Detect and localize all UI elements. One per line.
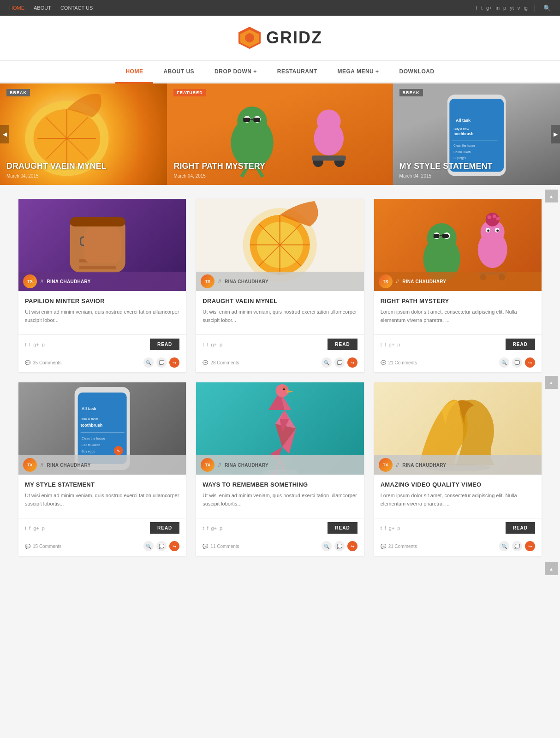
card-3-social-twitter[interactable]: t	[381, 342, 382, 347]
card-1-meta: 💬 35 Comments 🔍 💭 ↪	[18, 355, 186, 372]
card-4-social-twitter[interactable]: t	[25, 525, 26, 531]
scroll-top-btn-2[interactable]: ▲	[545, 376, 558, 389]
card-1-slash: //	[41, 279, 43, 284]
hero-next-arrow[interactable]: ▶	[551, 125, 560, 143]
card-3-bubble-action[interactable]: 💭	[512, 357, 522, 368]
card-6-social-twitter[interactable]: t	[381, 525, 382, 531]
hero-slide-1[interactable]: BREAK DRAUGHT VAEIN MYNEL March 04, 2015…	[0, 83, 167, 185]
main-nav-restaurant[interactable]: RESTAURANT	[267, 61, 328, 82]
card-2-social-pinterest[interactable]: p	[220, 342, 222, 347]
main-nav-dropdown[interactable]: DROP DOWN +	[204, 61, 267, 82]
card-6-social-pinterest[interactable]: p	[397, 525, 400, 531]
hero-slide-2[interactable]: FEATURED RIGHT PATH MYSTERY March 04, 20…	[167, 83, 393, 185]
nav-home[interactable]: HOME	[9, 5, 24, 11]
card-6-body: AMAZING VIDEO QUALITY VIMEO Lorem ipsum …	[374, 475, 542, 518]
card-3-social-pinterest[interactable]: p	[397, 342, 400, 347]
card-4-comments: 💬 15 Comments	[25, 544, 61, 549]
card-6: TX // RINA CHAUDHARY AMAZING VIDEO QUALI…	[374, 382, 542, 556]
card-1-social-gplus[interactable]: g+	[33, 342, 39, 347]
svg-text:Call to Jakob: Call to Jakob	[82, 443, 101, 446]
card-6-bubble-action[interactable]: 💭	[512, 541, 522, 551]
main-nav-about[interactable]: ABOUT US	[153, 61, 204, 82]
hero-slide-1-date: March 04, 2015	[6, 173, 107, 179]
svg-rect-15	[244, 118, 250, 122]
social-twitter[interactable]: t	[481, 5, 483, 11]
card-2-social-twitter[interactable]: t	[203, 342, 204, 347]
logo[interactable]: GRIDZ	[238, 26, 322, 50]
main-nav-download[interactable]: DOWNLOAD	[389, 61, 445, 82]
card-5-search-action[interactable]: 🔍	[322, 541, 332, 551]
card-1-read-btn[interactable]: READ	[150, 339, 179, 350]
nav-about[interactable]: ABOUT	[34, 5, 51, 11]
card-4-share-action[interactable]: ↪	[169, 541, 179, 551]
card-3-social-gplus[interactable]: g+	[389, 342, 395, 347]
card-4-bubble-action[interactable]: 💭	[156, 541, 167, 551]
card-2-read-btn[interactable]: READ	[328, 339, 357, 350]
svg-rect-56	[433, 234, 439, 238]
nav-contact[interactable]: CONTACT US	[60, 5, 93, 11]
card-4-read-btn[interactable]: READ	[150, 522, 179, 534]
svg-rect-22	[312, 155, 346, 161]
hero-prev-arrow[interactable]: ◀	[0, 125, 9, 143]
svg-point-35	[84, 237, 95, 248]
svg-point-10	[238, 107, 268, 137]
card-1-bubble-action[interactable]: 💭	[156, 357, 167, 368]
card-6-read-btn[interactable]: READ	[506, 522, 535, 534]
card-4-body: MY STYLE STATEMENT Ut wisi enim ad minim…	[18, 475, 186, 518]
card-1-search-action[interactable]: 🔍	[143, 357, 154, 368]
card-5-share-action[interactable]: ↪	[347, 541, 357, 551]
top-search-icon[interactable]: 🔍	[543, 5, 551, 12]
card-6-search-action[interactable]: 🔍	[499, 541, 509, 551]
card-5-bubble-action[interactable]: 💭	[334, 541, 345, 551]
card-5-social-pinterest[interactable]: p	[220, 525, 222, 531]
card-3-share-action[interactable]: ↪	[525, 357, 535, 368]
card-3-social-facebook[interactable]: f	[385, 342, 386, 347]
hero-slide-3[interactable]: All task Buy a new toothbrush Clean the …	[393, 83, 560, 185]
card-1-social-twitter[interactable]: t	[25, 342, 26, 347]
card-5-social-facebook[interactable]: f	[207, 525, 208, 531]
card-5-author-avatar: TX	[201, 458, 214, 472]
card-5: TX // RINA CHAUDHARY WAYS TO REMEMBER SO…	[196, 382, 363, 556]
card-1-comment-count: 35 Comments	[33, 360, 61, 365]
card-4-search-action[interactable]: 🔍	[143, 541, 154, 551]
card-6-share-action[interactable]: ↪	[525, 541, 535, 551]
card-4-social-facebook[interactable]: f	[29, 525, 30, 531]
card-6-meta: 💬 21 Comments 🔍 💭 ↪	[374, 538, 542, 556]
card-2-social-gplus[interactable]: g+	[211, 342, 217, 347]
main-nav-megamenu[interactable]: MEGA MENU +	[328, 61, 389, 82]
card-1-social-facebook[interactable]: f	[29, 342, 30, 347]
social-instagram[interactable]: ig	[524, 5, 528, 11]
card-2-social-facebook[interactable]: f	[207, 342, 208, 347]
social-youtube[interactable]: yt	[510, 5, 514, 11]
card-3-search-action[interactable]: 🔍	[499, 357, 509, 368]
card-4-social-pinterest[interactable]: p	[42, 525, 45, 531]
hero-slide-1-info: DRAUGHT VAEIN MYNEL March 04, 2015	[6, 161, 107, 179]
card-3-read-btn[interactable]: READ	[506, 339, 535, 350]
card-2-share-action[interactable]: ↪	[347, 357, 357, 368]
card-1-social-pinterest[interactable]: p	[42, 342, 45, 347]
scroll-top-btn-1[interactable]: ▲	[545, 190, 558, 202]
card-5-read-btn[interactable]: READ	[328, 522, 357, 534]
card-5-comment-icon: 💬	[203, 544, 208, 549]
social-vimeo[interactable]: v	[518, 5, 520, 11]
card-3-body: RIGHT PATH MYSTERY Lorem ipsum dolor sit…	[374, 291, 542, 334]
social-facebook[interactable]: f	[476, 5, 477, 11]
card-1-share-action[interactable]: ↪	[169, 357, 179, 368]
social-linkedin[interactable]: in	[496, 5, 500, 11]
scroll-top-btn-3[interactable]: ▲	[545, 562, 558, 575]
logo-text: GRIDZ	[266, 28, 322, 48]
card-3-social: t f g+ p	[381, 342, 400, 347]
card-5-social-twitter[interactable]: t	[203, 525, 204, 531]
card-6-social-gplus[interactable]: g+	[389, 525, 395, 531]
main-nav-home[interactable]: HOME	[115, 61, 153, 83]
social-gplus[interactable]: g+	[486, 5, 492, 11]
card-2-bubble-action[interactable]: 💭	[334, 357, 345, 368]
social-pinterest[interactable]: p	[503, 5, 506, 11]
card-2: TX // RINA CHAUDHARY DRAUGHT VAEIN MYNEL…	[196, 199, 363, 372]
card-6-social-facebook[interactable]: f	[385, 525, 386, 531]
card-4-social-gplus[interactable]: g+	[33, 525, 39, 531]
card-2-search-action[interactable]: 🔍	[322, 357, 332, 368]
svg-text:Clean the house: Clean the house	[453, 144, 475, 147]
card-2-comments: 💬 28 Comments	[203, 360, 239, 365]
card-5-social-gplus[interactable]: g+	[211, 525, 217, 531]
